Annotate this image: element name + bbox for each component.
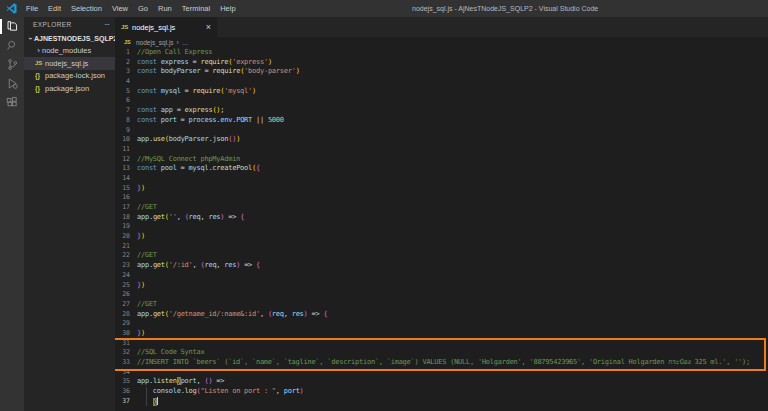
line-content: const bodyParser = require('body-parser'… [137,67,300,77]
breadcrumb-more[interactable]: … [182,39,189,46]
breadcrumb[interactable]: JS nodejs_sql.js › … [115,37,768,47]
code-line[interactable]: 12//MySQL Connect phpMyAdmin [115,155,768,165]
line-number: 31 [115,339,137,349]
menu-terminal[interactable]: Terminal [177,0,215,17]
code-line[interactable]: 35app.listen(port, () => [115,377,768,387]
code-line[interactable]: 22//GET [115,251,768,261]
line-content: //MySQL Connect phpMyAdmin [137,155,240,165]
code-line[interactable]: 37 ) [115,397,768,407]
line-number: 5 [115,87,137,97]
menu-view[interactable]: View [107,0,133,17]
js-file-icon: JS [35,60,45,66]
line-content: app.get('/getname_id/:name&:id', (req, r… [137,310,327,320]
line-content: //GET [137,203,157,213]
code-line[interactable]: 11 [115,145,768,155]
line-content: app.listen(port, () => [137,377,224,387]
code-line[interactable]: 13const pool = mysql.createPool({ [115,164,768,174]
menu-file[interactable]: File [21,0,43,17]
line-number: 17 [115,203,137,213]
code-line[interactable]: 28app.get('/getname_id/:name&:id', (req,… [115,310,768,320]
code-line[interactable]: 7const app = express(); [115,106,768,116]
sidebar-item-package-json[interactable]: {}package.json [24,82,115,95]
extensions-icon[interactable] [0,93,24,112]
sidebar-item-nodejs-sql-js[interactable]: JSnodejs_sql.js [24,57,115,70]
explorer-title: EXPLORER [33,21,72,28]
tab-close-icon[interactable]: × [202,22,211,32]
line-content: }) [137,184,145,194]
file-label: package-lock.json [45,71,105,80]
line-content: const express = require('express') [137,58,272,68]
menu-run[interactable]: Run [153,0,177,17]
explorer-root-folder[interactable]: › AJNESTNODEJS_SQLP2 [24,32,115,45]
code-line[interactable]: 27//GET [115,300,768,310]
menu-help[interactable]: Help [215,0,240,17]
code-line[interactable]: 1//Open Call Express [115,48,768,58]
code-line[interactable]: 36 console.log("Listen on port : ", port… [115,387,768,397]
code-line[interactable]: 2const express = require('express') [115,58,768,68]
menu-edit[interactable]: Edit [43,0,66,17]
line-content: }) [137,232,145,242]
code-line[interactable]: 31 [115,339,768,349]
line-content: //SQL Code Syntax [137,348,204,358]
code-line[interactable]: 25}) [115,281,768,291]
line-content: app.get('', (req, res) => { [137,213,244,223]
file-tree: ›node_modulesJSnodejs_sql.js{}package-lo… [24,45,115,95]
code-line[interactable]: 21 [115,242,768,252]
code-line[interactable]: 32//SQL Code Syntax [115,348,768,358]
code-line[interactable]: 6 [115,96,768,106]
line-number: 10 [115,135,137,145]
line-content: const mysql = require('mysql') [137,87,256,97]
line-content: //GET [137,300,157,310]
code-line[interactable]: 4 [115,77,768,87]
line-content: app.use(bodyParser.json()) [137,135,240,145]
code-line[interactable]: 34 [115,368,768,378]
sidebar-item-node-modules[interactable]: ›node_modules [24,45,115,58]
line-content: const pool = mysql.createPool({ [137,164,260,174]
code-line[interactable]: 20}) [115,232,768,242]
line-number: 21 [115,242,137,252]
code-line[interactable]: 17//GET [115,203,768,213]
line-number: 30 [115,329,137,339]
explorer-more-actions-icon[interactable]: ··· [104,20,109,29]
code-line[interactable]: 26 [115,290,768,300]
line-number: 25 [115,281,137,291]
code-line[interactable]: 16 [115,193,768,203]
js-file-icon: JS [121,24,132,30]
code-line[interactable]: 18app.get('', (req, res) => { [115,213,768,223]
menu-selection[interactable]: Selection [66,0,107,17]
code-line[interactable]: 30}) [115,329,768,339]
code-line[interactable]: 33//INSERT INTO `beers` (`id`, `name`, `… [115,358,768,368]
code-line[interactable]: 3const bodyParser = require('body-parser… [115,67,768,77]
line-content: //INSERT INTO `beers` (`id`, `name`, `ta… [137,358,750,368]
tab-nodejs-sql-js[interactable]: JS nodejs_sql.js × [115,17,217,37]
line-number: 27 [115,300,137,310]
line-number: 16 [115,193,137,203]
code-line[interactable]: 5const mysql = require('mysql') [115,87,768,97]
menu-go[interactable]: Go [133,0,153,17]
explorer-icon[interactable] [0,17,24,36]
line-number: 1 [115,48,137,58]
source-control-icon[interactable] [0,55,24,74]
line-content: console.log("Listen on port : ", port) [137,387,304,397]
code-line[interactable]: 14 [115,174,768,184]
file-label: node_modules [42,46,91,55]
code-line[interactable]: 24 [115,271,768,281]
code-editor[interactable]: 1//Open Call Express2const express = req… [115,47,768,411]
search-icon[interactable] [0,36,24,55]
activity-bar [0,17,24,411]
code-line[interactable]: 8const port = process.env.PORT || 5000 [115,116,768,126]
code-line[interactable]: 23app.get('/:id', (req, res) => { [115,261,768,271]
line-number: 35 [115,377,137,387]
sidebar-item-package-lock-json[interactable]: {}package-lock.json [24,70,115,83]
editor-group: JS nodejs_sql.js × JS nodejs_sql.js › … … [115,17,768,411]
breadcrumb-file[interactable]: nodejs_sql.js [136,39,174,46]
code-line[interactable]: 29 [115,319,768,329]
code-line[interactable]: 10app.use(bodyParser.json()) [115,135,768,145]
run-debug-icon[interactable] [0,74,24,93]
title-bar: FileEditSelectionViewGoRunTerminalHelp n… [0,0,768,17]
code-line[interactable]: 15}) [115,184,768,194]
line-number: 32 [115,348,137,358]
code-line[interactable]: 9 [115,126,768,136]
line-number: 9 [115,126,137,136]
code-line[interactable]: 19 [115,222,768,232]
